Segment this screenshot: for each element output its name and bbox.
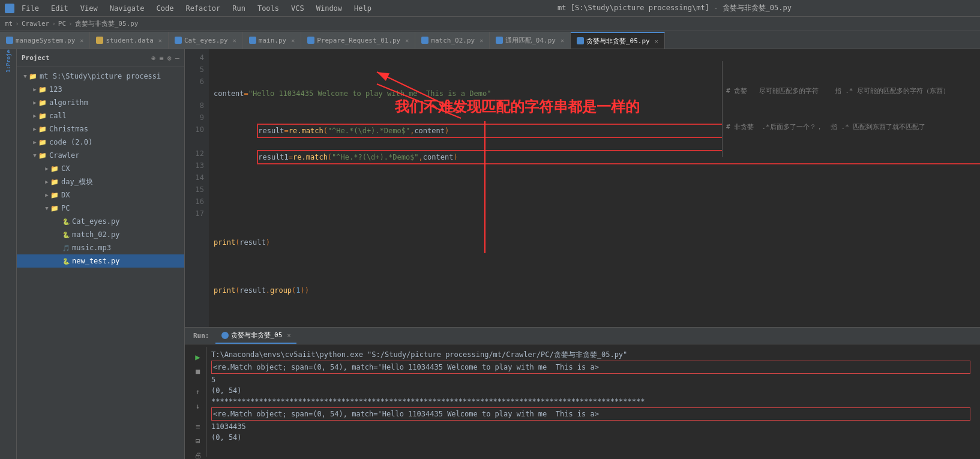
project-icon[interactable]: 1:Project xyxy=(2,52,15,65)
menu-vcs[interactable]: VCS xyxy=(289,3,307,14)
window-title: mt [S:\Study\picture processing\mt] - 贪婪… xyxy=(374,3,975,13)
scroll-up-button[interactable]: ↑ xyxy=(192,386,204,397)
wrap-button[interactable]: ≡ xyxy=(192,421,204,432)
tab-icon-py-6 xyxy=(496,37,503,44)
tab-greedy[interactable]: 贪婪与非贪婪_05.py ✕ xyxy=(571,32,665,49)
tab-label-student: student.data xyxy=(106,37,153,44)
menu-window[interactable]: Window xyxy=(314,3,344,14)
menu-code[interactable]: Code xyxy=(154,3,176,14)
tree-item-pc[interactable]: ▼ 📁 PC xyxy=(17,202,184,215)
tree-arrow-dx: ▶ xyxy=(43,192,50,198)
tree-item-match02-file[interactable]: 🐍 match_02.py xyxy=(17,228,184,241)
tree-item-dx[interactable]: ▶ 📁 DX xyxy=(17,188,184,202)
sidebar-icon-gear[interactable]: ⚙ xyxy=(167,54,172,62)
tab-label-managesystem: manageSystem.py xyxy=(16,37,75,44)
breadcrumb-pc[interactable]: PC xyxy=(58,20,66,28)
tree-label-cx: CX xyxy=(61,164,70,173)
file-icon-match02: 🐍 xyxy=(62,232,70,238)
sidebar-icon-collapse[interactable]: ≡ xyxy=(159,54,163,62)
tab-bar: manageSystem.py ✕ student.data ✕ Cat_eye… xyxy=(0,31,980,49)
tree-label-cateyes-file: Cat_eyes.py xyxy=(72,217,119,226)
sidebar-action-icons: ⊕ ≡ ⚙ — xyxy=(151,54,179,62)
tree-arrow-day: ▶ xyxy=(43,179,50,185)
menu-navigate[interactable]: Navigate xyxy=(107,3,147,14)
tab-label-cateyes: Cat_eyes.py xyxy=(184,37,228,44)
tree-label-call: call xyxy=(49,112,67,120)
tab-close-match02[interactable]: ✕ xyxy=(479,37,483,44)
filter-button[interactable]: ⊟ xyxy=(192,436,204,446)
tab-label-greedy: 贪婪与非贪婪_05.py xyxy=(586,37,650,46)
tab-general[interactable]: 通用匹配_04.py ✕ xyxy=(490,32,571,49)
run-output: T:\Anaconda\envs\cv5aiit\python.exe "S:/… xyxy=(206,347,975,457)
menu-tools[interactable]: Tools xyxy=(255,3,281,14)
tab-label-main: main.py xyxy=(259,37,286,44)
comment-line6: # 非贪婪 .*后面多了一个？， 指 .* 匹配到东西了就不匹配了 xyxy=(726,121,976,133)
tree-item-123[interactable]: ▶ 📁 123 xyxy=(17,83,184,96)
run-indicator xyxy=(221,332,229,339)
tab-close-student[interactable]: ✕ xyxy=(158,37,162,44)
breadcrumb-sep-1: › xyxy=(15,20,19,28)
tree-item-cateyes-file[interactable]: 🐍 Cat_eyes.py xyxy=(17,215,184,228)
sidebar-header: Project ⊕ ≡ ⚙ — xyxy=(17,49,184,67)
tree-label-crawler: Crawler xyxy=(49,151,80,160)
bottom-tab-label: 贪婪与非贪婪_05 xyxy=(231,331,283,340)
breadcrumb-file[interactable]: 贪婪与非贪婪_05.py xyxy=(75,19,139,28)
breadcrumb-crawler[interactable]: Crawler xyxy=(22,20,49,28)
tree-item-cx[interactable]: ▶ 📁 CX xyxy=(17,162,184,175)
folder-icon-code: 📁 xyxy=(38,139,47,146)
tab-close-greedy[interactable]: ✕ xyxy=(655,38,658,44)
tab-match02[interactable]: match_02.py ✕ xyxy=(415,32,490,49)
tree-item-day[interactable]: ▶ 📁 day_模块 xyxy=(17,175,184,188)
tree-label-root: mt S:\Study\picture processi xyxy=(40,72,161,80)
sidebar-icon-minimize[interactable]: — xyxy=(175,54,179,62)
print-button[interactable]: 🖨 xyxy=(192,450,204,459)
breadcrumb-sep-2: › xyxy=(52,20,56,28)
tree-item-call[interactable]: ▶ 📁 call xyxy=(17,109,184,122)
menu-help[interactable]: Help xyxy=(352,3,374,14)
tree-item-crawler[interactable]: ▼ 📁 Crawler xyxy=(17,149,184,162)
tab-managesystem[interactable]: manageSystem.py ✕ xyxy=(0,32,90,49)
tab-main[interactable]: main.py ✕ xyxy=(243,32,301,49)
run-play-button[interactable]: ▶ xyxy=(192,352,204,362)
tree-item-algorithm[interactable]: ▶ 📁 algorithm xyxy=(17,96,184,109)
scroll-down-button[interactable]: ↓ xyxy=(192,401,204,412)
tab-icon-py-5 xyxy=(421,37,428,44)
folder-icon-123: 📁 xyxy=(38,86,47,94)
breadcrumb-mt[interactable]: mt xyxy=(5,20,13,28)
menu-run[interactable]: Run xyxy=(230,3,248,14)
tree-item-code[interactable]: ▶ 📁 code (2.0) xyxy=(17,136,184,149)
tab-close-main[interactable]: ✕ xyxy=(291,37,295,44)
sidebar-icon-globe[interactable]: ⊕ xyxy=(151,54,155,62)
tab-cateyes[interactable]: Cat_eyes.py ✕ xyxy=(169,32,243,49)
tree-item-newtest-file[interactable]: 🐍 new_test.py xyxy=(17,254,184,268)
tree-item-music-file[interactable]: 🎵 music.mp3 xyxy=(17,241,184,254)
menu-bar[interactable]: File Edit View Navigate Code Refactor Ru… xyxy=(19,3,374,14)
tab-close-cateyes[interactable]: ✕ xyxy=(233,37,236,44)
tab-student[interactable]: student.data ✕ xyxy=(90,32,169,49)
run-control-icons: ▶ ■ ↑ ↓ ≡ ⊟ 🖨 📌 🗑 xyxy=(190,347,206,457)
tab-close-prepare[interactable]: ✕ xyxy=(405,37,409,44)
bottom-tab-close[interactable]: ✕ xyxy=(287,332,290,338)
tab-prepare[interactable]: Prepare_Request_01.py ✕ xyxy=(301,32,415,49)
tree-label-dx: DX xyxy=(61,191,70,199)
tab-label-general: 通用匹配_04.py xyxy=(505,36,556,45)
tab-label-prepare: Prepare_Request_01.py xyxy=(317,37,400,44)
tree-item-christmas[interactable]: ▶ 📁 Christmas xyxy=(17,122,184,136)
bottom-panel: Run: 贪婪与非贪婪_05 ✕ ▶ ■ ↑ ↓ ≡ ⊟ xyxy=(185,327,980,459)
bottom-tab-run[interactable]: 贪婪与非贪婪_05 ✕ xyxy=(215,328,297,344)
run-stop-button[interactable]: ■ xyxy=(192,366,204,377)
menu-refactor[interactable]: Refactor xyxy=(183,3,223,14)
menu-view[interactable]: View xyxy=(78,3,100,14)
file-icon-newtest: 🐍 xyxy=(62,258,70,265)
tree-root[interactable]: ▼ 📁 mt S:\Study\picture processi xyxy=(17,70,184,83)
tab-close-general[interactable]: ✕ xyxy=(561,37,564,44)
tab-close-managesystem[interactable]: ✕ xyxy=(80,37,83,44)
menu-file[interactable]: File xyxy=(19,3,41,14)
menu-edit[interactable]: Edit xyxy=(49,3,71,14)
tab-label-match02: match_02.py xyxy=(431,37,475,44)
folder-icon-pc: 📁 xyxy=(50,205,59,212)
code-editor[interactable]: content="Hello 11034435 Welcome to play … xyxy=(209,49,980,327)
breadcrumb-sep-3: › xyxy=(68,20,73,28)
output-num1: 5 xyxy=(211,374,970,385)
folder-icon-cx: 📁 xyxy=(50,165,59,173)
